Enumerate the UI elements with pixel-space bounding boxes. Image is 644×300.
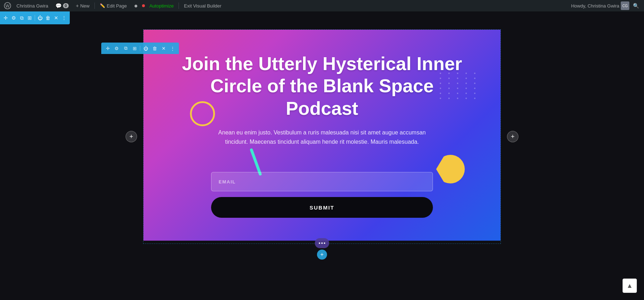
row-close-icon[interactable]: ✕: [53, 14, 59, 22]
hero-description: Anean eu enim justo. Vestibulum a ruris …: [211, 128, 433, 146]
sec-close-icon[interactable]: ✕: [160, 45, 167, 52]
bottom-section: +: [315, 238, 329, 260]
autoptimize-label: Autoptimize: [149, 3, 174, 9]
wp-dot-icon: ●: [134, 2, 138, 10]
edit-page-label: Edit Page: [107, 3, 127, 9]
sec-toggle-icon[interactable]: ⏻: [142, 45, 149, 52]
canvas-area: ✛ ⚙ ⧉ ⊞ ⏻ 🗑 ✕ ⋮ + +: [0, 11, 644, 300]
sec-settings-icon[interactable]: ⚙: [113, 45, 120, 52]
add-column-left-button[interactable]: +: [126, 131, 137, 142]
sec-clone-icon[interactable]: ⧉: [122, 45, 129, 52]
add-column-right-button[interactable]: +: [507, 131, 518, 142]
admin-bar-edit-page[interactable]: ✏️ Edit Page: [97, 0, 130, 11]
svg-text:W: W: [5, 4, 10, 9]
wp-logo[interactable]: W: [3, 1, 12, 10]
row-clone-icon[interactable]: ⧉: [19, 14, 25, 22]
admin-bar-comments[interactable]: 💬 0: [53, 0, 72, 11]
submit-button[interactable]: SUBMIT: [211, 197, 433, 218]
dot-3: [324, 242, 325, 244]
email-input[interactable]: [211, 172, 433, 191]
admin-bar-separator-1: [94, 3, 95, 9]
exit-builder-label: Exit Visual Builder: [184, 3, 221, 9]
user-avatar[interactable]: CG: [621, 1, 629, 10]
admin-bar-separator-2: [179, 3, 179, 9]
admin-bar-red-dot-wrapper: [142, 4, 145, 7]
row-delete-icon[interactable]: 🗑: [45, 14, 51, 22]
section-options-button[interactable]: [315, 238, 329, 248]
row-more-icon[interactable]: ⋮: [61, 14, 67, 22]
email-input-wrapper: [211, 172, 433, 191]
row-column-icon[interactable]: ⊞: [27, 14, 33, 22]
admin-bar-new[interactable]: + New: [73, 0, 92, 11]
dot-1: [319, 242, 320, 244]
new-label: New: [80, 3, 89, 9]
admin-bar-site[interactable]: Christina Gwira: [14, 0, 51, 11]
sec-move-icon[interactable]: ✛: [104, 45, 111, 52]
toolbar-separator: [35, 15, 35, 21]
sec-toolbar-sep: [140, 46, 140, 51]
row-toolbar: ✛ ⚙ ⧉ ⊞ ⏻ 🗑 ✕ ⋮: [0, 11, 70, 24]
row-settings-icon[interactable]: ⚙: [11, 14, 16, 22]
admin-bar-exit-builder[interactable]: Exit Visual Builder: [181, 0, 224, 11]
admin-bar-wp[interactable]: ●: [131, 0, 141, 11]
yellow-crescent-decoration: [436, 155, 465, 183]
hero-desc-wrapper: Anean eu enim justo. Vestibulum a ruris …: [211, 128, 433, 159]
section-container: + + Join the Utterly Hysterical Inner Ci…: [143, 29, 501, 244]
comment-count: 0: [63, 3, 69, 8]
search-icon[interactable]: 🔍: [631, 1, 641, 11]
sec-more-icon[interactable]: ⋮: [169, 45, 176, 52]
row-toggle-icon[interactable]: ⏻: [37, 14, 43, 22]
add-section-button[interactable]: +: [317, 250, 327, 260]
sec-column-icon[interactable]: ⊞: [131, 45, 138, 52]
scroll-to-top-button[interactable]: ▲: [623, 279, 637, 293]
red-dot-icon: [142, 4, 145, 7]
section-toolbar: ✛ ⚙ ⧉ ⊞ ⏻ 🗑 ✕ ⋮: [101, 43, 179, 54]
admin-bar: W Christina Gwira 💬 0 + New ✏️ Edit Page…: [0, 0, 644, 11]
dot-2: [321, 242, 323, 244]
row-move-icon[interactable]: ✛: [3, 14, 9, 22]
admin-bar-autoptimize[interactable]: Autoptimize: [146, 0, 176, 11]
hero-title: Join the Utterly Hysterical Inner Circle…: [179, 53, 465, 119]
admin-bar-right: Howdy, Christina Gwira CG 🔍: [571, 1, 641, 11]
howdy-text: Howdy, Christina Gwira: [571, 3, 619, 9]
site-name-label: Christina Gwira: [16, 3, 48, 9]
hero-section: Join the Utterly Hysterical Inner Circle…: [143, 30, 501, 241]
sec-delete-icon[interactable]: 🗑: [151, 45, 158, 52]
